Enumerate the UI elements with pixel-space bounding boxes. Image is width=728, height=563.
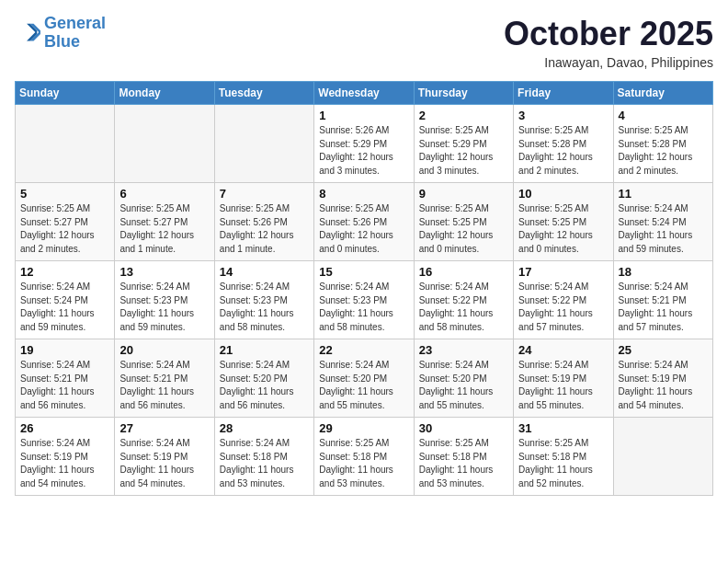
calendar-cell: 23Sunrise: 5:24 AM Sunset: 5:20 PM Dayli… <box>414 339 513 418</box>
day-number: 12 <box>20 265 109 279</box>
calendar-cell: 26Sunrise: 5:24 AM Sunset: 5:19 PM Dayli… <box>16 418 115 496</box>
day-number: 29 <box>319 421 408 435</box>
calendar-cell: 20Sunrise: 5:24 AM Sunset: 5:21 PM Dayli… <box>115 339 214 418</box>
calendar-cell: 5Sunrise: 5:25 AM Sunset: 5:27 PM Daylig… <box>16 183 115 261</box>
day-info: Sunrise: 5:25 AM Sunset: 5:18 PM Dayligh… <box>518 437 608 490</box>
day-info: Sunrise: 5:25 AM Sunset: 5:18 PM Dayligh… <box>319 437 408 490</box>
weekday-header-sunday: Sunday <box>16 82 115 105</box>
weekday-header-thursday: Thursday <box>414 82 513 105</box>
calendar-header: SundayMondayTuesdayWednesdayThursdayFrid… <box>16 82 713 105</box>
day-info: Sunrise: 5:24 AM Sunset: 5:24 PM Dayligh… <box>619 202 708 256</box>
day-number: 28 <box>220 421 309 435</box>
calendar-cell: 14Sunrise: 5:24 AM Sunset: 5:23 PM Dayli… <box>214 261 313 339</box>
day-number: 17 <box>518 265 608 279</box>
month-title: October 2025 <box>504 15 713 53</box>
calendar-cell <box>16 105 115 183</box>
logo-icon <box>15 20 40 46</box>
day-info: Sunrise: 5:25 AM Sunset: 5:25 PM Dayligh… <box>518 202 608 256</box>
day-number: 25 <box>619 343 708 357</box>
calendar-cell: 13Sunrise: 5:24 AM Sunset: 5:23 PM Dayli… <box>115 261 214 339</box>
day-number: 23 <box>419 343 508 357</box>
calendar-cell: 2Sunrise: 5:25 AM Sunset: 5:29 PM Daylig… <box>414 105 513 183</box>
day-number: 5 <box>20 187 109 201</box>
weekday-header-saturday: Saturday <box>613 82 712 105</box>
calendar-week-3: 12Sunrise: 5:24 AM Sunset: 5:24 PM Dayli… <box>16 261 713 339</box>
calendar-cell: 22Sunrise: 5:24 AM Sunset: 5:20 PM Dayli… <box>314 339 414 418</box>
calendar-cell: 11Sunrise: 5:24 AM Sunset: 5:24 PM Dayli… <box>613 183 712 261</box>
day-info: Sunrise: 5:24 AM Sunset: 5:21 PM Dayligh… <box>119 359 209 412</box>
weekday-header-tuesday: Tuesday <box>214 82 313 105</box>
day-info: Sunrise: 5:25 AM Sunset: 5:26 PM Dayligh… <box>319 202 408 256</box>
day-info: Sunrise: 5:24 AM Sunset: 5:18 PM Dayligh… <box>220 437 309 490</box>
day-info: Sunrise: 5:24 AM Sunset: 5:21 PM Dayligh… <box>619 281 708 334</box>
day-number: 22 <box>319 343 408 357</box>
day-info: Sunrise: 5:24 AM Sunset: 5:23 PM Dayligh… <box>119 281 209 334</box>
calendar-cell: 10Sunrise: 5:25 AM Sunset: 5:25 PM Dayli… <box>514 183 613 261</box>
calendar-cell: 4Sunrise: 5:25 AM Sunset: 5:28 PM Daylig… <box>613 105 712 183</box>
logo: General Blue <box>15 15 106 52</box>
day-number: 2 <box>419 109 508 122</box>
day-number: 15 <box>319 265 408 279</box>
day-info: Sunrise: 5:24 AM Sunset: 5:23 PM Dayligh… <box>319 281 408 334</box>
calendar-cell: 24Sunrise: 5:24 AM Sunset: 5:19 PM Dayli… <box>514 339 613 418</box>
day-number: 27 <box>119 421 209 435</box>
day-number: 6 <box>119 187 209 201</box>
day-info: Sunrise: 5:24 AM Sunset: 5:22 PM Dayligh… <box>518 281 608 334</box>
calendar-week-1: 1Sunrise: 5:26 AM Sunset: 5:29 PM Daylig… <box>16 105 713 183</box>
calendar-cell <box>214 105 313 183</box>
day-info: Sunrise: 5:24 AM Sunset: 5:20 PM Dayligh… <box>319 359 408 412</box>
day-info: Sunrise: 5:24 AM Sunset: 5:22 PM Dayligh… <box>419 281 508 334</box>
day-info: Sunrise: 5:24 AM Sunset: 5:23 PM Dayligh… <box>220 281 309 334</box>
location-title: Inawayan, Davao, Philippines <box>504 55 713 70</box>
day-number: 3 <box>518 109 608 122</box>
calendar-cell: 29Sunrise: 5:25 AM Sunset: 5:18 PM Dayli… <box>314 418 414 496</box>
day-number: 21 <box>220 343 309 357</box>
calendar-cell <box>115 105 214 183</box>
day-number: 24 <box>518 343 608 357</box>
calendar-cell: 8Sunrise: 5:25 AM Sunset: 5:26 PM Daylig… <box>314 183 414 261</box>
calendar-cell: 19Sunrise: 5:24 AM Sunset: 5:21 PM Dayli… <box>16 339 115 418</box>
calendar-cell: 27Sunrise: 5:24 AM Sunset: 5:19 PM Dayli… <box>115 418 214 496</box>
calendar-cell: 12Sunrise: 5:24 AM Sunset: 5:24 PM Dayli… <box>16 261 115 339</box>
weekday-header-monday: Monday <box>115 82 214 105</box>
day-number: 7 <box>220 187 309 201</box>
day-info: Sunrise: 5:25 AM Sunset: 5:26 PM Dayligh… <box>220 202 309 256</box>
day-info: Sunrise: 5:24 AM Sunset: 5:19 PM Dayligh… <box>20 437 109 490</box>
calendar-cell: 9Sunrise: 5:25 AM Sunset: 5:25 PM Daylig… <box>414 183 513 261</box>
day-info: Sunrise: 5:25 AM Sunset: 5:27 PM Dayligh… <box>119 202 209 256</box>
day-number: 14 <box>220 265 309 279</box>
day-number: 26 <box>20 421 109 435</box>
calendar-cell: 25Sunrise: 5:24 AM Sunset: 5:19 PM Dayli… <box>613 339 712 418</box>
day-number: 9 <box>419 187 508 201</box>
day-number: 11 <box>619 187 708 201</box>
day-info: Sunrise: 5:25 AM Sunset: 5:28 PM Dayligh… <box>518 124 608 178</box>
day-info: Sunrise: 5:24 AM Sunset: 5:20 PM Dayligh… <box>419 359 508 412</box>
day-number: 16 <box>419 265 508 279</box>
calendar-cell: 3Sunrise: 5:25 AM Sunset: 5:28 PM Daylig… <box>514 105 613 183</box>
day-number: 8 <box>319 187 408 201</box>
day-number: 4 <box>619 109 708 122</box>
calendar-week-4: 19Sunrise: 5:24 AM Sunset: 5:21 PM Dayli… <box>16 339 713 418</box>
day-info: Sunrise: 5:24 AM Sunset: 5:21 PM Dayligh… <box>20 359 109 412</box>
day-number: 10 <box>518 187 608 201</box>
weekday-header-friday: Friday <box>514 82 613 105</box>
day-number: 30 <box>419 421 508 435</box>
calendar-cell: 7Sunrise: 5:25 AM Sunset: 5:26 PM Daylig… <box>214 183 313 261</box>
calendar-cell: 30Sunrise: 5:25 AM Sunset: 5:18 PM Dayli… <box>414 418 513 496</box>
day-info: Sunrise: 5:24 AM Sunset: 5:19 PM Dayligh… <box>518 359 608 412</box>
day-info: Sunrise: 5:25 AM Sunset: 5:25 PM Dayligh… <box>419 202 508 256</box>
calendar: SundayMondayTuesdayWednesdayThursdayFrid… <box>15 81 713 496</box>
day-info: Sunrise: 5:25 AM Sunset: 5:28 PM Dayligh… <box>619 124 708 178</box>
day-info: Sunrise: 5:25 AM Sunset: 5:27 PM Dayligh… <box>20 202 109 256</box>
day-info: Sunrise: 5:24 AM Sunset: 5:24 PM Dayligh… <box>20 281 109 334</box>
calendar-cell: 31Sunrise: 5:25 AM Sunset: 5:18 PM Dayli… <box>514 418 613 496</box>
calendar-cell: 17Sunrise: 5:24 AM Sunset: 5:22 PM Dayli… <box>514 261 613 339</box>
header: General Blue October 2025 Inawayan, Dava… <box>15 15 713 70</box>
day-number: 20 <box>119 343 209 357</box>
day-info: Sunrise: 5:25 AM Sunset: 5:18 PM Dayligh… <box>419 437 508 490</box>
day-number: 18 <box>619 265 708 279</box>
day-info: Sunrise: 5:26 AM Sunset: 5:29 PM Dayligh… <box>319 124 408 178</box>
day-info: Sunrise: 5:24 AM Sunset: 5:19 PM Dayligh… <box>619 359 708 412</box>
day-info: Sunrise: 5:25 AM Sunset: 5:29 PM Dayligh… <box>419 124 508 178</box>
calendar-cell: 6Sunrise: 5:25 AM Sunset: 5:27 PM Daylig… <box>115 183 214 261</box>
